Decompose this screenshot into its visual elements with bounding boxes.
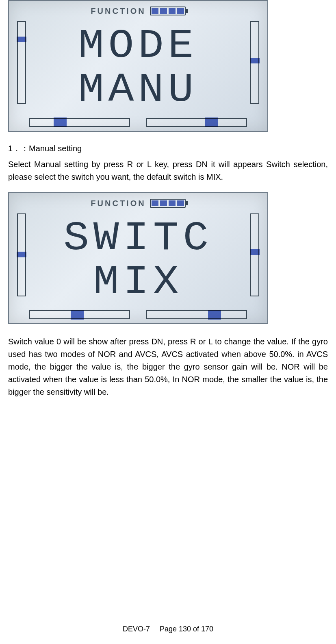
trim-horizontal-left-icon bbox=[29, 310, 130, 319]
lcd-bottom-row bbox=[15, 310, 262, 319]
page-footer: DEVO-7Page 130 of 170 bbox=[0, 625, 336, 633]
trim-marker bbox=[205, 117, 218, 127]
segment-line-2: MIX bbox=[93, 259, 183, 303]
segment-line-2: MANU bbox=[78, 67, 198, 111]
battery-cell bbox=[177, 200, 184, 206]
segment-line-1: MODE bbox=[78, 23, 198, 67]
lcd-top-row: FUNCTION bbox=[15, 196, 262, 210]
battery-icon bbox=[150, 7, 186, 15]
footer-model: DEVO-7 bbox=[123, 625, 150, 633]
trim-vertical-left-icon bbox=[17, 21, 26, 104]
paragraph-switch-value: Switch value 0 will be show after press … bbox=[8, 335, 328, 398]
section-heading: 1．：Manual setting bbox=[8, 143, 328, 154]
segment-text: MODE bbox=[78, 26, 198, 67]
trim-marker bbox=[250, 58, 260, 63]
trim-marker bbox=[250, 249, 260, 255]
battery-cell bbox=[152, 8, 158, 14]
trim-vertical-right-icon bbox=[250, 21, 259, 104]
segment-line-1: SWITC bbox=[63, 215, 213, 259]
page: FUNCTION MODE MANU 1．：Manual setting Sel… bbox=[0, 0, 336, 644]
trim-horizontal-right-icon bbox=[146, 118, 247, 127]
trim-marker bbox=[17, 37, 26, 42]
trim-marker bbox=[17, 252, 26, 257]
battery-cell bbox=[152, 200, 158, 206]
trim-marker bbox=[71, 310, 84, 320]
lcd-function-label: FUNCTION bbox=[91, 199, 145, 208]
lcd-top-row: FUNCTION bbox=[15, 4, 262, 18]
lcd-screenshot-switch-mix: FUNCTION SWITC MIX bbox=[8, 192, 268, 324]
trim-horizontal-left-icon bbox=[29, 118, 130, 127]
footer-page: Page 130 of 170 bbox=[160, 625, 213, 633]
segment-text: MANU bbox=[78, 70, 198, 111]
segment-text: MIX bbox=[93, 262, 183, 303]
lcd-screenshot-mode-manu: FUNCTION MODE MANU bbox=[8, 0, 268, 132]
lcd-bottom-row bbox=[15, 118, 262, 127]
battery-cell bbox=[169, 200, 176, 206]
battery-cell bbox=[169, 8, 176, 14]
trim-horizontal-right-icon bbox=[146, 310, 247, 319]
segment-display: MODE MANU bbox=[28, 18, 248, 115]
lcd-function-label: FUNCTION bbox=[91, 7, 145, 16]
segment-text: SWITC bbox=[63, 218, 213, 259]
paragraph-manual-setting: Select Manual setting by press R or L ke… bbox=[8, 158, 328, 183]
battery-cell bbox=[177, 8, 184, 14]
lcd-body: SWITC MIX bbox=[15, 210, 262, 308]
trim-vertical-right-icon bbox=[250, 213, 259, 296]
lcd-body: MODE MANU bbox=[15, 18, 262, 115]
segment-display: SWITC MIX bbox=[28, 210, 248, 308]
battery-icon bbox=[150, 199, 186, 208]
trim-marker bbox=[54, 117, 67, 127]
trim-vertical-left-icon bbox=[17, 213, 26, 296]
trim-marker bbox=[208, 310, 221, 320]
battery-cell bbox=[160, 200, 167, 206]
battery-cell bbox=[160, 8, 167, 14]
